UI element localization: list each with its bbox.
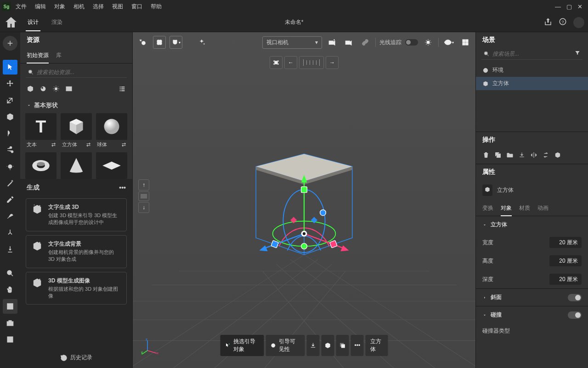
shape-cone[interactable] xyxy=(60,152,93,179)
export-tool[interactable] xyxy=(3,332,17,347)
guide-visibility-button[interactable]: 引导可见性 xyxy=(266,335,305,356)
delete-icon[interactable] xyxy=(482,151,490,160)
asset-search-input[interactable] xyxy=(37,69,125,75)
filter-image-icon[interactable] xyxy=(65,85,73,94)
search-tool[interactable] xyxy=(3,266,17,281)
shape-options-icon[interactable]: ⇄ xyxy=(122,142,126,148)
collision-toggle[interactable] xyxy=(568,311,582,319)
help-icon[interactable]: ? xyxy=(559,17,567,27)
swap-icon[interactable] xyxy=(542,151,549,160)
shape-options-icon[interactable]: ⇄ xyxy=(51,142,56,148)
more-icon[interactable]: ••• xyxy=(119,184,126,191)
viewport[interactable]: ▾ 视口相机 ▾ 光线追踪 ▾ ← → ↑ xyxy=(133,32,475,368)
collision-header[interactable]: 碰撞 xyxy=(476,306,588,323)
snap-tool[interactable] xyxy=(3,225,17,240)
camera-dropdown[interactable]: 视口相机 ▾ xyxy=(262,36,322,49)
scene-item-environment[interactable]: 环境 xyxy=(476,63,588,77)
frame-tool[interactable] xyxy=(3,299,17,314)
scene-search-input[interactable] xyxy=(492,51,571,57)
shape-sphere[interactable]: 球体⇄ xyxy=(95,113,128,150)
width-input[interactable] xyxy=(549,237,582,248)
menu-select[interactable]: 选择 xyxy=(89,1,107,12)
drop-tool[interactable] xyxy=(3,242,17,257)
timeline-next[interactable]: → xyxy=(326,56,339,69)
prop-tab-animation[interactable]: 动画 xyxy=(537,201,548,216)
pick-guide-button[interactable]: 挑选引导对象 xyxy=(220,335,264,356)
vp-camera-icon[interactable] xyxy=(342,36,355,49)
gen-card-text-to-3d[interactable]: 文字生成 3D创建 3D 模型来引导 3D 模型生成图像或用于您的设计中 xyxy=(26,198,127,231)
vp-frame-icon[interactable] xyxy=(153,36,166,49)
layers-button[interactable] xyxy=(336,335,349,356)
object-name[interactable]: 立方体 xyxy=(497,186,514,194)
asset-search[interactable] xyxy=(26,67,127,78)
timeline-ticks[interactable] xyxy=(299,56,324,69)
maximize-button[interactable]: ▢ xyxy=(566,3,572,10)
filter-material-icon[interactable] xyxy=(40,85,47,94)
tab-starter-assets[interactable]: 初始资源 xyxy=(27,48,49,63)
vp-shading-icon[interactable] xyxy=(422,36,435,49)
list-view-icon[interactable] xyxy=(119,85,126,94)
vp-visibility-icon[interactable]: ▾ xyxy=(442,36,455,49)
share-icon[interactable] xyxy=(544,17,552,27)
raytrace-toggle[interactable] xyxy=(405,39,418,46)
basic-shapes-header[interactable]: 基本形状 xyxy=(20,98,132,113)
more-button[interactable]: ••• xyxy=(351,335,364,356)
wind-tool[interactable] xyxy=(3,143,17,157)
select-tool[interactable] xyxy=(3,60,17,75)
cube-group-header[interactable]: 立方体 xyxy=(476,216,588,233)
menu-view[interactable]: 视图 xyxy=(108,1,127,12)
tab-design[interactable]: 设计 xyxy=(22,14,44,31)
home-button[interactable] xyxy=(4,15,18,30)
import-icon[interactable] xyxy=(518,151,526,160)
user-avatar[interactable] xyxy=(573,17,584,28)
menu-object[interactable]: 对象 xyxy=(51,1,69,12)
selected-object-label[interactable]: 立方体 xyxy=(366,335,388,356)
menu-window[interactable]: 窗口 xyxy=(128,1,146,12)
mirror-icon[interactable] xyxy=(530,151,537,160)
hand-tool[interactable] xyxy=(3,282,17,297)
shape-torus[interactable] xyxy=(25,152,57,179)
height-input[interactable] xyxy=(549,255,582,266)
bevel-toggle[interactable] xyxy=(568,294,582,301)
filter-light-icon[interactable] xyxy=(52,85,60,94)
magic-tool[interactable] xyxy=(3,176,17,190)
menu-edit[interactable]: 编辑 xyxy=(31,1,50,12)
vp-magnet-icon[interactable]: ▾ xyxy=(170,36,182,49)
timeline-target-icon[interactable] xyxy=(270,56,283,69)
bevel-header[interactable]: 斜面 xyxy=(476,289,588,306)
shape-options-icon[interactable]: ⇄ xyxy=(86,142,90,148)
duplicate-icon[interactable] xyxy=(494,151,502,160)
menu-help[interactable]: 帮助 xyxy=(147,1,165,12)
vp-link-icon[interactable] xyxy=(359,36,372,49)
minimize-button[interactable]: ― xyxy=(555,3,561,10)
zoom-in[interactable]: ↑ xyxy=(138,179,149,190)
filter-cube-icon[interactable] xyxy=(27,85,34,94)
curve-tool[interactable] xyxy=(3,209,17,224)
toolbox-tool[interactable] xyxy=(3,316,17,330)
prop-tab-material[interactable]: 材质 xyxy=(519,201,530,216)
vp-sparkle-icon[interactable] xyxy=(195,36,208,49)
filter-icon[interactable] xyxy=(574,50,581,58)
gen-card-text-to-bg[interactable]: 文字生成背景创建相机背景的图像并与您的 3D 对象合成 xyxy=(26,235,127,268)
cube-action-icon[interactable] xyxy=(554,151,561,160)
vp-orbit-icon[interactable] xyxy=(136,36,149,49)
timeline-prev[interactable]: ← xyxy=(284,56,297,69)
scale-tool[interactable] xyxy=(3,93,17,108)
vp-camera-add-icon[interactable] xyxy=(326,36,339,49)
cube-object[interactable] xyxy=(233,129,375,271)
shape-plane[interactable] xyxy=(95,152,128,179)
add-tool[interactable] xyxy=(3,36,17,51)
scene-item-cube[interactable]: 立方体 xyxy=(476,77,588,90)
axis-gizmo[interactable]: z x y xyxy=(141,337,159,355)
prop-tab-transform[interactable]: 变换 xyxy=(482,201,493,216)
move-tool[interactable] xyxy=(3,76,17,91)
scene-search[interactable] xyxy=(481,48,582,60)
gen-card-3d-to-image[interactable]: 3D 模型生成图像根据描述和您的 3D 对象创建图像 xyxy=(26,272,127,305)
shape-text[interactable]: T 文本⇄ xyxy=(25,113,57,150)
tab-render[interactable]: 渲染 xyxy=(46,14,68,31)
menu-file[interactable]: 文件 xyxy=(12,1,30,12)
eyedropper-tool[interactable] xyxy=(3,192,17,207)
cube-tool[interactable] xyxy=(3,109,17,124)
zoom-slider[interactable]: ↑ ↓ xyxy=(138,179,149,213)
camera-tool[interactable] xyxy=(3,126,17,141)
